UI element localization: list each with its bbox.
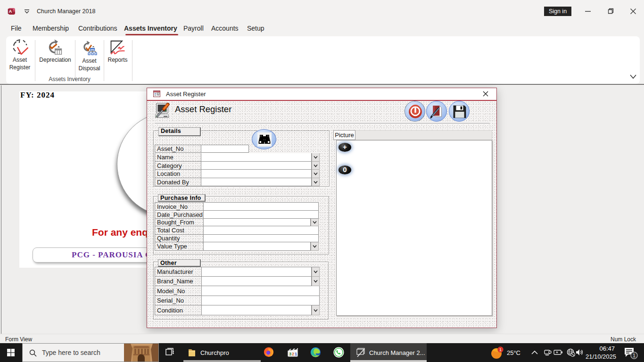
svg-text:2: 2 [292, 352, 294, 356]
svg-text:3: 3 [289, 352, 291, 356]
svg-text:A: A [9, 9, 12, 14]
svg-text:1: 1 [295, 352, 297, 356]
svg-text:1: 1 [499, 347, 502, 352]
svg-text:1: 1 [633, 353, 636, 358]
